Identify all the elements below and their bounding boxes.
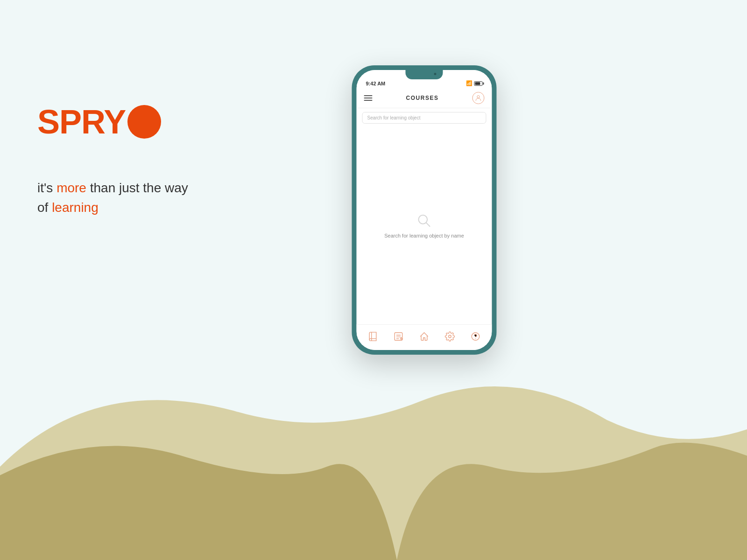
hamburger-line-1 xyxy=(364,95,373,96)
svg-point-13 xyxy=(475,338,476,339)
app-content: Search for learning object by name xyxy=(357,127,492,324)
search-section: Search for learning object xyxy=(357,108,492,127)
notch-camera xyxy=(434,73,437,75)
logo: SPRY xyxy=(37,103,252,141)
status-icons: 📶 xyxy=(466,80,483,86)
left-content: SPRY it's more than just the way of lear… xyxy=(37,103,252,217)
logo-text: SPRY xyxy=(37,103,126,141)
logo-circle xyxy=(127,105,161,139)
svg-point-11 xyxy=(449,335,451,338)
nav-help-button[interactable] xyxy=(468,329,482,343)
phone-screen: 9:42 AM 📶 COURSES xyxy=(357,70,492,350)
tagline-prefix: it's xyxy=(37,181,56,195)
battery-icon xyxy=(474,81,483,86)
search-input-wrapper[interactable]: Search for learning object xyxy=(362,112,486,124)
hills-background xyxy=(0,327,747,560)
phone-mockup: 9:42 AM 📶 COURSES xyxy=(352,65,497,355)
search-empty-icon xyxy=(417,213,432,228)
nav-list-button[interactable] xyxy=(392,329,406,343)
nav-home-button[interactable] xyxy=(417,329,431,343)
page-title: COURSES xyxy=(406,95,439,101)
empty-state-text: Search for learning object by name xyxy=(384,233,464,238)
svg-point-1 xyxy=(419,215,428,224)
hamburger-menu-button[interactable] xyxy=(364,95,373,101)
app-header: COURSES xyxy=(357,88,492,108)
search-input[interactable]: Search for learning object xyxy=(367,115,481,120)
bottom-nav xyxy=(357,324,492,350)
tagline-more: more xyxy=(56,181,86,195)
phone-notch xyxy=(406,70,443,79)
tagline-suffix: of xyxy=(37,200,52,215)
tagline: it's more than just the way of learning xyxy=(37,178,252,217)
status-time: 9:42 AM xyxy=(366,81,386,86)
svg-line-2 xyxy=(426,223,430,226)
hamburger-line-2 xyxy=(364,98,373,98)
wifi-icon: 📶 xyxy=(466,80,472,86)
profile-button[interactable] xyxy=(472,92,485,104)
nav-book-button[interactable] xyxy=(366,329,380,343)
tagline-learning: learning xyxy=(52,200,99,215)
hamburger-line-3 xyxy=(364,100,373,101)
svg-point-0 xyxy=(477,96,479,98)
phone-outer-frame: 9:42 AM 📶 COURSES xyxy=(352,65,497,355)
tagline-middle: than just the way xyxy=(86,181,188,195)
nav-settings-button[interactable] xyxy=(443,329,457,343)
